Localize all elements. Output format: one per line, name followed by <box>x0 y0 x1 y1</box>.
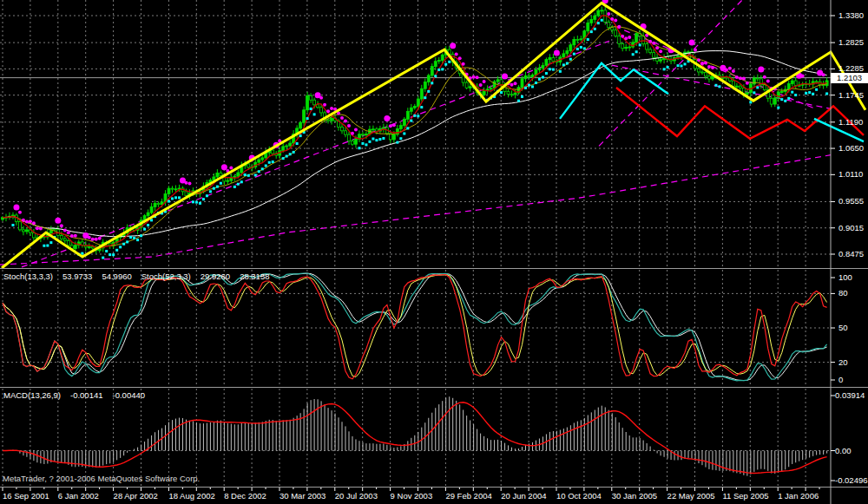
price-axis-label: 1.0650 <box>838 143 864 154</box>
date-axis-label: 11 Sep 2005 <box>722 491 768 501</box>
date-axis-label: 29 Feb 2004 <box>445 491 491 501</box>
date-axis-label: 6 Jan 2002 <box>58 491 99 501</box>
macd-signal-value: -0.00440 <box>113 390 146 401</box>
stoch-slow-name: Stoch(52,3,3) <box>141 272 191 282</box>
chart-canvas[interactable] <box>0 0 868 504</box>
date-axis-label: 20 Jun 2004 <box>501 491 546 501</box>
macd-main-value: -0.00141 <box>70 390 103 401</box>
stoch-slow-main-value: 29.9260 <box>201 272 230 282</box>
date-axis-label: 18 Aug 2002 <box>168 491 214 501</box>
date-axis-label: 20 Jul 2003 <box>335 491 378 501</box>
price-axis-label: 0.8475 <box>838 249 864 259</box>
date-axis-label: 9 Nov 2003 <box>391 491 433 501</box>
price-axis-label: 1.1745 <box>838 90 864 101</box>
stoch-axis-label: 80 <box>838 288 848 298</box>
date-axis-label: 30 Jan 2005 <box>612 491 657 501</box>
price-axis-label: 1.3380 <box>838 10 864 21</box>
price-axis-label: 1.0110 <box>838 169 863 180</box>
stoch-axis-label: 0 <box>838 375 843 385</box>
metatrader-chart-window: Stoch(13,3,3) 53.9733 54.9960 Stoch(52,3… <box>0 0 868 504</box>
stoch-axis-label: 20 <box>838 357 848 368</box>
macd-axis-label: 0.03914 <box>835 390 865 401</box>
date-axis-label: 10 Oct 2004 <box>556 491 602 501</box>
price-axis-label: 1.2825 <box>838 37 864 48</box>
stoch-axis-label: 50 <box>838 323 848 333</box>
date-axis-label: 22 May 2005 <box>667 491 715 501</box>
date-axis-label: 8 Dec 2002 <box>224 491 266 501</box>
macd-indicator-label: MACD(13,26,9) -0.00141 -0.00440 <box>3 390 150 401</box>
stoch-fast-signal-value: 54.9960 <box>102 272 131 282</box>
copyright-text: MetaTrader, ? 2001-2006 MetaQuotes Softw… <box>3 474 200 484</box>
date-axis-label: 1 Jan 2006 <box>778 491 819 501</box>
macd-axis-label: 0.00 <box>835 446 852 456</box>
bid-price-box: 1.2103 <box>831 73 868 83</box>
price-axis-label: 0.9555 <box>838 196 864 206</box>
stoch-fast-main-value: 53.9733 <box>62 272 92 282</box>
price-axis-label: 1.2285 <box>838 63 864 74</box>
stoch-slow-signal-value: 28.3158 <box>240 272 269 282</box>
macd-name: MACD(13,26,9) <box>3 390 61 401</box>
date-axis-label: 30 Mar 2003 <box>279 491 326 501</box>
date-axis-label: 28 Apr 2002 <box>114 491 158 501</box>
stochastic-indicator-label: Stoch(13,3,3) 53.9733 54.9960 Stoch(52,3… <box>3 272 274 282</box>
stoch-axis-label: 100 <box>838 272 852 283</box>
stoch-fast-name: Stoch(13,3,3) <box>3 272 53 282</box>
macd-axis-label: -0.02496 <box>835 475 868 486</box>
date-axis-label: 16 Sep 2001 <box>3 491 49 501</box>
price-axis-label: 1.1190 <box>838 117 863 128</box>
price-axis-label: 0.9015 <box>838 223 864 233</box>
